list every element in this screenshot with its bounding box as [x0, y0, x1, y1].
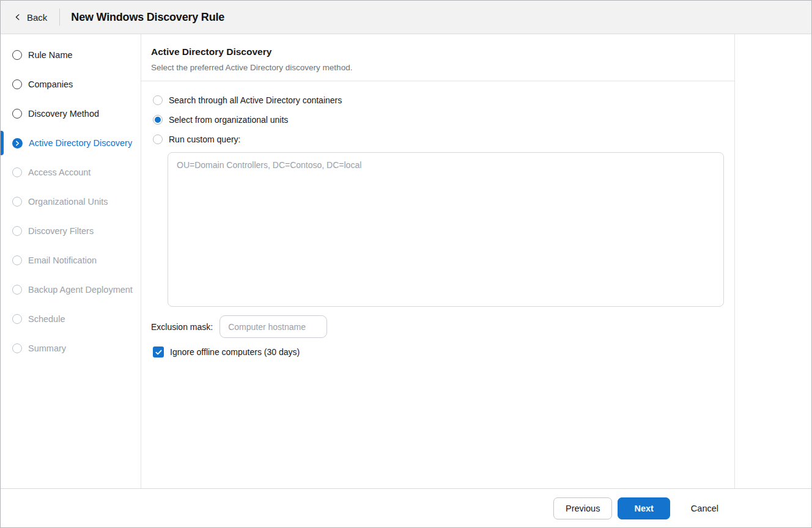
radio-option-run-custom-query[interactable]: Run custom query:	[151, 130, 725, 149]
ignore-offline-label: Ignore offline computers (30 days)	[170, 347, 300, 357]
step-label: Email Notification	[28, 255, 97, 265]
sidebar-step-active-directory-discovery[interactable]: Active Directory Discovery	[1, 128, 141, 158]
step-circle-icon	[12, 167, 22, 177]
radio-option-label: Select from organizational units	[169, 115, 288, 125]
step-label: Discovery Method	[28, 109, 99, 119]
sidebar-step-discovery-method[interactable]: Discovery Method	[1, 99, 141, 128]
step-label: Schedule	[28, 314, 65, 324]
sidebar-step-summary[interactable]: Summary	[1, 334, 141, 363]
radio-button-icon	[153, 115, 163, 125]
step-circle-icon	[12, 343, 22, 353]
radio-selected-dot	[155, 117, 161, 123]
wizard-steps-sidebar: Rule Name Companies Discovery Method Act…	[1, 34, 141, 488]
step-circle-icon	[12, 285, 22, 295]
step-circle-icon	[12, 109, 22, 119]
step-label: Discovery Filters	[28, 226, 94, 236]
cancel-button[interactable]: Cancel	[688, 497, 721, 519]
step-label: Companies	[28, 79, 73, 89]
step-circle-icon	[12, 197, 22, 207]
sidebar-step-schedule[interactable]: Schedule	[1, 304, 141, 334]
back-button[interactable]: Back	[1, 1, 59, 34]
step-chevron-right-icon	[12, 138, 23, 148]
step-circle-icon	[12, 255, 22, 265]
right-rail	[735, 34, 811, 488]
section-subtitle: Select the preferred Active Directory di…	[151, 63, 725, 72]
step-label: Organizational Units	[28, 197, 108, 207]
sidebar-step-access-account[interactable]: Access Account	[1, 158, 141, 187]
sidebar-step-companies[interactable]: Companies	[1, 70, 141, 99]
exclusion-mask-label: Exclusion mask:	[151, 322, 213, 332]
exclusion-mask-row: Exclusion mask:	[151, 315, 725, 338]
wizard-body: Rule Name Companies Discovery Method Act…	[1, 34, 811, 488]
step-circle-icon	[12, 314, 22, 324]
sidebar-step-discovery-filters[interactable]: Discovery Filters	[1, 216, 141, 246]
section-header: Active Directory Discovery Select the pr…	[141, 34, 734, 81]
sidebar-step-organizational-units[interactable]: Organizational Units	[1, 187, 141, 216]
step-circle-icon	[12, 79, 22, 89]
step-label: Backup Agent Deployment	[28, 285, 133, 295]
header-divider	[59, 9, 60, 26]
previous-button[interactable]: Previous	[553, 497, 612, 519]
ignore-offline-checkbox-row[interactable]: Ignore offline computers (30 days)	[151, 346, 725, 358]
step-circle-icon	[12, 50, 22, 60]
back-label: Back	[27, 12, 47, 23]
wizard-header: Back New Windows Discovery Rule	[1, 1, 811, 34]
step-circle-icon	[12, 226, 22, 236]
main-panel: Active Directory Discovery Select the pr…	[141, 34, 735, 488]
wizard-footer: Previous Next Cancel	[1, 488, 811, 527]
wizard-window: Back New Windows Discovery Rule Rule Nam…	[0, 0, 812, 528]
step-label: Summary	[28, 343, 66, 353]
radio-option-search-through-all-active-directory-containers[interactable]: Search through all Active Directory cont…	[151, 90, 725, 110]
step-label: Rule Name	[28, 50, 73, 60]
chevron-left-icon	[14, 13, 21, 21]
discovery-method-radio-group: Search through all Active Directory cont…	[151, 90, 725, 149]
step-label: Active Directory Discovery	[29, 138, 132, 148]
radio-option-label: Run custom query:	[169, 134, 241, 144]
custom-query-textarea[interactable]	[168, 152, 724, 307]
sidebar-step-backup-agent-deployment[interactable]: Backup Agent Deployment	[1, 275, 141, 304]
exclusion-mask-input[interactable]	[220, 315, 327, 338]
radio-button-icon	[153, 95, 163, 105]
active-step-indicator-bar	[1, 131, 4, 155]
step-label: Access Account	[28, 167, 90, 177]
radio-option-select-from-organizational-units[interactable]: Select from organizational units	[151, 110, 725, 130]
sidebar-step-rule-name[interactable]: Rule Name	[1, 40, 141, 70]
next-button[interactable]: Next	[618, 497, 670, 519]
sidebar-step-email-notification[interactable]: Email Notification	[1, 246, 141, 275]
radio-button-icon	[153, 134, 163, 144]
radio-option-label: Search through all Active Directory cont…	[169, 95, 342, 105]
page-title: New Windows Discovery Rule	[71, 11, 224, 24]
section-title: Active Directory Discovery	[151, 46, 725, 57]
section-body: Search through all Active Directory cont…	[141, 81, 734, 358]
sidebar-steps: Rule Name Companies Discovery Method Act…	[1, 40, 141, 363]
checkbox-checked-icon[interactable]	[153, 346, 164, 358]
